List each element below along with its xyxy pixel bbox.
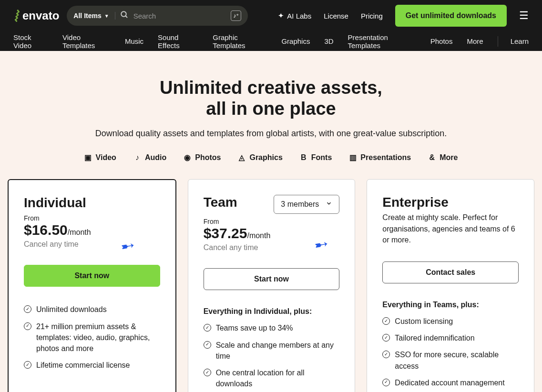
plan-individual: ➸ Individual From $16.50/month Cancel an… <box>8 179 176 392</box>
nav-photos[interactable]: Photos <box>430 37 453 45</box>
from-label: From <box>24 214 160 222</box>
list-item: ✓Tailored indemnification <box>382 332 519 343</box>
search-input[interactable] <box>133 12 226 20</box>
check-icon: ✓ <box>382 379 390 386</box>
audio-icon: ♪ <box>133 153 141 162</box>
list-item: ✓SSO for more secure, scalable access <box>382 349 519 371</box>
hero-title: Unlimited creative assets, all in one pl… <box>0 78 542 119</box>
members-label: 3 members <box>281 200 319 209</box>
logo-text: envato <box>22 9 59 22</box>
plan-price: $37.25 <box>204 225 247 241</box>
ai-labs-link[interactable]: ✦ AI Labs <box>278 11 311 20</box>
nav-presentation-templates[interactable]: Presentation Templates <box>348 33 416 50</box>
nav-stock-video[interactable]: Stock Video <box>13 33 48 50</box>
asset-type-row: ▣Video ♪Audio ◉Photos ◬Graphics BFonts ▥… <box>0 153 542 162</box>
check-icon: ✓ <box>382 334 390 342</box>
asset-graphics[interactable]: ◬Graphics <box>238 153 282 162</box>
nav-graphic-templates[interactable]: Graphic Templates <box>213 33 267 50</box>
list-item: ✓Lifetime commercial license <box>24 360 160 371</box>
ai-labs-label: AI Labs <box>287 12 311 20</box>
feature-list: ✓Unlimited downloads ✓21+ million premiu… <box>24 304 160 371</box>
svg-point-0 <box>121 11 126 17</box>
contact-sales-button[interactable]: Contact sales <box>382 261 519 283</box>
search-bar[interactable]: All Items ▼ ♪⁺ <box>67 6 248 26</box>
plan-price: $16.50 <box>24 222 68 238</box>
start-now-button[interactable]: Start now <box>24 265 160 287</box>
video-icon: ▣ <box>84 153 92 162</box>
features-title: Everything in Teams, plus: <box>382 301 519 309</box>
arrow-cursor-icon: ➸ <box>119 235 136 256</box>
feature-list: ✓Custom licensing ✓Tailored indemnificat… <box>382 316 519 388</box>
nav-separator <box>498 36 498 47</box>
fonts-icon: B <box>300 153 307 162</box>
asset-fonts[interactable]: BFonts <box>300 153 332 162</box>
asset-more[interactable]: &More <box>428 153 458 162</box>
members-dropdown[interactable]: 3 members <box>274 195 339 214</box>
category-dropdown[interactable]: All Items ▼ <box>73 12 115 20</box>
nav-more[interactable]: More <box>467 37 483 45</box>
check-icon: ✓ <box>204 369 211 376</box>
graphics-icon: ◬ <box>238 153 245 162</box>
asset-audio[interactable]: ♪Audio <box>133 153 166 162</box>
plan-enterprise: Enterprise Create at mighty scale. Perfe… <box>367 179 534 392</box>
hero-title-line2: all in one place <box>206 99 336 119</box>
plan-period: /month <box>247 231 270 240</box>
check-icon: ✓ <box>24 305 31 313</box>
check-icon: ✓ <box>382 351 390 358</box>
get-unlimited-button[interactable]: Get unlimited downloads <box>395 5 507 27</box>
cancel-note: Cancel any time <box>24 240 160 249</box>
nav-graphics[interactable]: Graphics <box>281 37 310 45</box>
license-link[interactable]: License <box>324 12 348 20</box>
list-item: ✓21+ million premium assets & templates:… <box>24 321 160 354</box>
check-icon: ✓ <box>204 324 211 332</box>
more-icon: & <box>428 153 436 162</box>
plan-period: /month <box>68 228 91 236</box>
list-item: ✓One central location for all downloads <box>204 367 340 389</box>
presentation-icon: ▥ <box>349 153 357 162</box>
list-item: ✓Dedicated account management <box>382 377 519 388</box>
hero-title-line1: Unlimited creative assets, <box>160 78 382 98</box>
list-item: ✓Teams save up to 34% <box>204 322 340 333</box>
from-label: From <box>204 218 340 225</box>
sparkle-icon: ✦ <box>278 11 284 20</box>
plan-name: Individual <box>24 195 160 211</box>
chevron-down-icon: ▼ <box>104 13 109 19</box>
plan-team: ➸ Team 3 members From $37.25/month Cance… <box>188 179 356 392</box>
search-icon <box>120 10 129 21</box>
list-item: ✓Unlimited downloads <box>24 304 160 315</box>
nav-learn[interactable]: Learn <box>511 37 529 45</box>
asset-video[interactable]: ▣Video <box>84 153 116 162</box>
category-nav: Stock Video Video Templates Music Sound … <box>0 31 542 51</box>
plan-description: Create at mighty scale. Perfect for orga… <box>382 212 519 245</box>
check-icon: ✓ <box>24 361 31 369</box>
camera-icon: ◉ <box>184 153 191 162</box>
plan-name: Enterprise <box>382 195 519 210</box>
check-icon: ✓ <box>24 322 31 330</box>
asset-presentations[interactable]: ▥Presentations <box>349 153 411 162</box>
category-label: All Items <box>73 12 101 20</box>
chevron-down-icon <box>326 200 332 209</box>
svg-line-1 <box>125 16 127 18</box>
start-now-button[interactable]: Start now <box>204 268 340 290</box>
nav-3d[interactable]: 3D <box>324 37 333 45</box>
features-title: Everything in Individual, plus: <box>204 307 340 316</box>
logo[interactable]: ⦚ envato <box>13 9 59 23</box>
nav-music[interactable]: Music <box>125 37 143 45</box>
asset-photos[interactable]: ◉Photos <box>184 153 221 162</box>
check-icon: ✓ <box>382 317 390 325</box>
nav-video-templates[interactable]: Video Templates <box>62 33 111 50</box>
list-item: ✓Scale and change members at any time <box>204 340 340 362</box>
nav-sound-effects[interactable]: Sound Effects <box>158 33 198 50</box>
hero-subtitle: Download quality assets and templates fr… <box>0 129 542 139</box>
envato-leaf-icon: ⦚ <box>13 9 20 23</box>
hamburger-menu-icon[interactable]: ☰ <box>519 10 529 22</box>
feature-list: ✓Teams save up to 34% ✓Scale and change … <box>204 322 340 389</box>
pricing-link[interactable]: Pricing <box>361 12 383 20</box>
list-item: ✓Custom licensing <box>382 316 519 327</box>
image-search-icon[interactable]: ♪⁺ <box>231 10 241 21</box>
check-icon: ✓ <box>204 341 211 349</box>
plan-name: Team <box>204 195 237 210</box>
